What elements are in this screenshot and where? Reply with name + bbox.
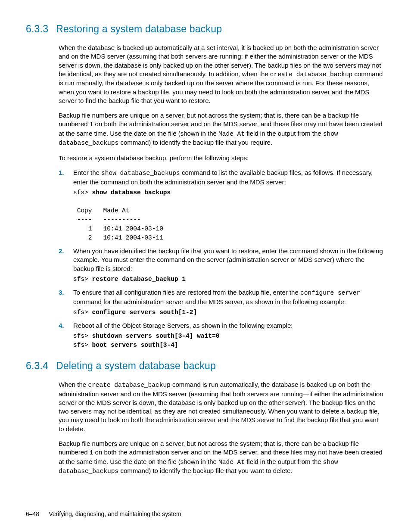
text-run: Enter the (73, 169, 101, 176)
inline-code: Made At (218, 131, 245, 137)
inline-code: create database_backup (88, 382, 170, 389)
command: configure servers south[1-2] (92, 309, 197, 316)
code-block: sfs> configure servers south[1-2] (73, 308, 383, 317)
text-run: command) to identify the backup file tha… (118, 139, 272, 146)
page-number: 6–48 (26, 510, 39, 517)
section-number: 6.3.3 (26, 22, 56, 36)
section-number: 6.3.4 (26, 359, 56, 373)
text-run: To ensure that all configuration files a… (73, 289, 300, 296)
text-run: command) to identify the backup file tha… (118, 467, 293, 474)
code-block: sfs> shutdown servers south[3-4] wait=0 … (73, 332, 383, 350)
paragraph: Backup file numbers are unique on a serv… (59, 111, 383, 148)
inline-code: create database_backup (270, 71, 352, 78)
text-run: When you have identified the backup file… (73, 247, 383, 272)
steps-list: 1. Enter the show database_backups comma… (59, 168, 383, 350)
step-marker: 1. (59, 168, 64, 177)
command: show database_backups (92, 189, 171, 196)
document-page: 6.3.3Restoring a system database backup … (0, 0, 411, 532)
section-title: Deleting a system database backup (56, 360, 216, 371)
section-heading-634: 6.3.4Deleting a system database backup (26, 359, 385, 373)
prompt: sfs> (73, 276, 92, 283)
paragraph: Backup file numbers are unique on a serv… (59, 439, 383, 476)
step-item: 3. To ensure that all configuration file… (59, 288, 383, 317)
code-block: sfs> show database_backups Copy Made At … (73, 188, 383, 243)
paragraph: When the create database_backup command … (59, 380, 383, 433)
text-run: field in the output from the (245, 130, 323, 137)
step-marker: 4. (59, 321, 64, 330)
command-output: Copy Made At ---- ---------- 1 10:41 200… (73, 207, 163, 241)
section-body-634: When the create database_backup command … (59, 380, 383, 476)
step-item: 4. Reboot all of the Object Storage Serv… (59, 321, 383, 350)
prompt: sfs> (73, 342, 92, 348)
command: shutdown servers south[3-4] wait=0 (92, 333, 220, 339)
prompt: sfs> (73, 333, 92, 339)
text-run: Reboot all of the Object Storage Servers… (73, 322, 293, 329)
page-footer: 6–48Verifying, diagnosing, and maintaini… (26, 510, 181, 518)
prompt: sfs> (73, 189, 92, 196)
inline-code: show database_backups (101, 170, 180, 177)
command: restore database_backup 1 (92, 276, 186, 283)
step-item: 2. When you have identified the backup f… (59, 247, 383, 284)
step-item: 1. Enter the show database_backups comma… (59, 168, 383, 243)
text-run: command for the administration server an… (73, 298, 346, 305)
footer-title: Verifying, diagnosing, and maintaining t… (49, 510, 181, 517)
text-run: field in the output from the (245, 458, 323, 465)
section-title: Restoring a system database backup (56, 23, 222, 34)
paragraph: To restore a system database backup, per… (59, 154, 383, 162)
text-run: When the (59, 381, 88, 388)
inline-code: configure server (300, 289, 360, 296)
step-marker: 2. (59, 247, 64, 255)
section-heading-633: 6.3.3Restoring a system database backup (26, 22, 385, 36)
step-marker: 3. (59, 288, 64, 297)
paragraph: When the database is backed up automatic… (59, 44, 383, 105)
command: boot servers south[3-4] (92, 342, 178, 348)
section-body-633: When the database is backed up automatic… (59, 44, 383, 350)
code-block: sfs> restore database_backup 1 (73, 275, 383, 284)
inline-code: Made At (218, 459, 245, 466)
prompt: sfs> (73, 309, 92, 316)
